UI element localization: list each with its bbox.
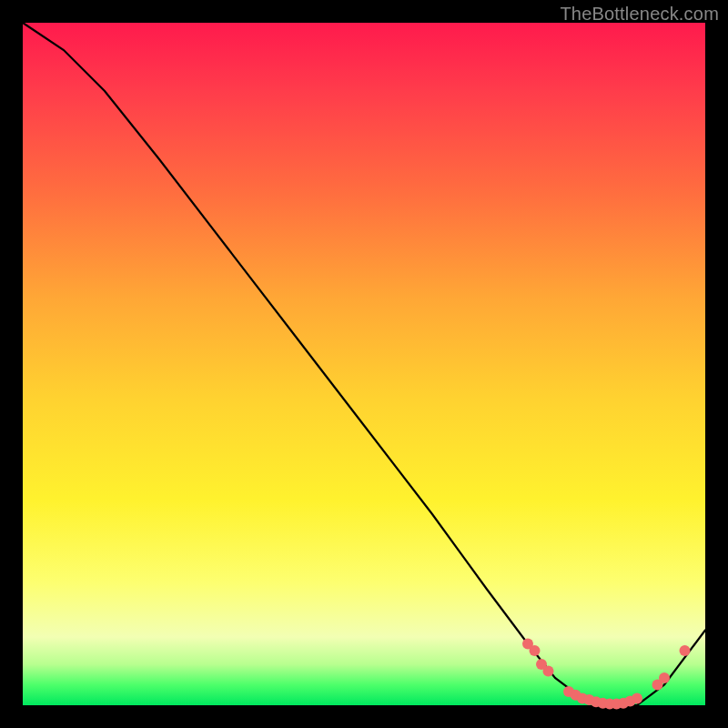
marker-dot [680, 645, 691, 656]
watermark-text: TheBottleneck.com [560, 4, 719, 25]
plot-area [23, 23, 705, 705]
marker-dot [632, 693, 642, 704]
bottleneck-curve [23, 23, 705, 705]
marker-dot [543, 666, 554, 677]
highlight-dots [522, 639, 691, 710]
marker-dot [530, 645, 541, 656]
chart-frame: TheBottleneck.com [0, 0, 728, 728]
curve-layer [23, 23, 705, 705]
marker-dot [659, 672, 670, 683]
